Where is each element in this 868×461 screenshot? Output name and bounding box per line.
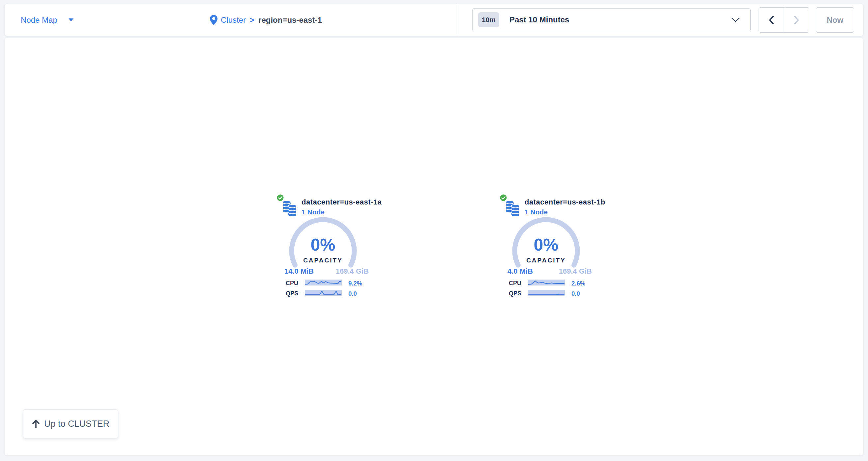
arrow-up-icon bbox=[32, 419, 40, 428]
chevron-left-icon bbox=[768, 15, 775, 25]
chevron-right-icon bbox=[793, 15, 800, 25]
up-to-cluster-button[interactable]: Up to CLUSTER bbox=[23, 409, 118, 438]
capacity-percent: 0% bbox=[278, 235, 367, 255]
caret-down-icon bbox=[68, 19, 73, 22]
qps-value: 0.0 bbox=[571, 290, 580, 297]
time-nav-group bbox=[758, 7, 809, 33]
qps-sparkline bbox=[528, 290, 565, 296]
datacenter-title: datacenter=us-east-1b bbox=[525, 198, 606, 206]
cpu-label: CPU bbox=[509, 280, 521, 287]
cpu-metric-row: CPU 2.6% bbox=[501, 279, 600, 286]
chevron-down-icon bbox=[731, 18, 740, 22]
view-mode-label: Node Map bbox=[21, 15, 57, 25]
qps-label: QPS bbox=[509, 290, 521, 297]
cpu-sparkline bbox=[305, 279, 342, 286]
time-next-button[interactable] bbox=[784, 7, 809, 33]
breadcrumb: Cluster > region=us-east-1 bbox=[210, 4, 322, 36]
location-pin-icon bbox=[210, 15, 217, 25]
breadcrumb-current: region=us-east-1 bbox=[258, 15, 322, 25]
cpu-metric-row: CPU 9.2% bbox=[278, 279, 377, 286]
breadcrumb-separator: > bbox=[250, 15, 254, 25]
node-map-canvas bbox=[5, 38, 863, 455]
now-button[interactable]: Now bbox=[816, 7, 854, 33]
capacity-percent: 0% bbox=[501, 235, 591, 255]
qps-value: 0.0 bbox=[348, 290, 357, 297]
capacity-total: 169.4 GiB bbox=[303, 267, 369, 275]
time-prev-button[interactable] bbox=[758, 7, 784, 33]
capacity-label: CAPACITY bbox=[501, 257, 591, 264]
view-mode-selector[interactable]: Node Map bbox=[21, 4, 73, 36]
toolbar-divider bbox=[458, 4, 458, 36]
capacity-total: 169.4 GiB bbox=[526, 267, 592, 275]
cpu-sparkline bbox=[528, 279, 565, 286]
time-window-badge: 10m bbox=[478, 12, 499, 27]
datacenter-group-us-east-1b[interactable]: datacenter=us-east-1b 1 Node 0% CAPACITY… bbox=[501, 193, 617, 305]
datacenter-title: datacenter=us-east-1a bbox=[302, 198, 382, 206]
top-toolbar: Node Map Cluster > region=us-east-1 10m … bbox=[5, 4, 863, 36]
qps-sparkline bbox=[305, 290, 342, 296]
time-window-label: Past 10 Minutes bbox=[509, 15, 569, 24]
capacity-label: CAPACITY bbox=[278, 257, 367, 264]
cpu-value: 9.2% bbox=[348, 280, 362, 287]
datacenter-group-us-east-1a[interactable]: datacenter=us-east-1a 1 Node 0% CAPACITY… bbox=[278, 193, 394, 305]
qps-metric-row: QPS 0.0 bbox=[278, 290, 377, 296]
breadcrumb-cluster-link[interactable]: Cluster bbox=[221, 15, 246, 25]
time-window-selector[interactable]: 10m Past 10 Minutes bbox=[472, 8, 751, 31]
cpu-value: 2.6% bbox=[571, 280, 585, 287]
qps-label: QPS bbox=[286, 290, 298, 297]
qps-metric-row: QPS 0.0 bbox=[501, 290, 600, 296]
up-to-cluster-label: Up to CLUSTER bbox=[44, 419, 110, 429]
cpu-label: CPU bbox=[286, 280, 298, 287]
